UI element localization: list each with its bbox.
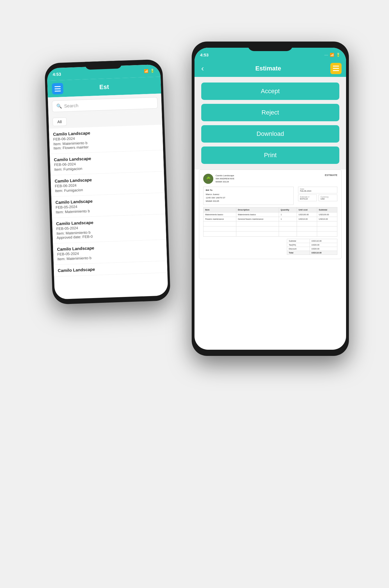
subtotal-row: Subtotal USD110.00 bbox=[287, 239, 337, 243]
menu-line-2 bbox=[54, 88, 61, 89]
company-logo: 🌳 bbox=[203, 174, 213, 184]
bill-to-name: Marco Juarez bbox=[206, 193, 291, 196]
company-info: Camilo Landscape 584 ANDREM AVE MIAMI 33… bbox=[216, 174, 234, 184]
back-status-time: 4:53 bbox=[52, 72, 61, 77]
battery-icon-front: 🔋 bbox=[336, 53, 340, 57]
estimate-num-value: ESTI119 bbox=[300, 198, 315, 200]
currency-label: Currency bbox=[321, 196, 335, 198]
list-item[interactable]: Camilo Landscape FEB-05-2024 Item: Maten… bbox=[51, 193, 165, 218]
table-row: Matenimiento basico Matenimiento basico … bbox=[203, 212, 337, 217]
front-header-title: Estimate bbox=[206, 65, 330, 72]
row-qty: 1 bbox=[279, 212, 297, 217]
doc-date-field: Date Feb-06-2024 bbox=[298, 187, 337, 193]
list-item[interactable]: Camilo Landscape FEB-06-2024 Item: Fumig… bbox=[50, 150, 164, 175]
doc-num-field: Estimate # ESTI119 bbox=[298, 195, 317, 201]
menu-line-3 bbox=[55, 90, 61, 91]
estimate-document: 🌳 Camilo Landscape 584 ANDREM AVE MIAMI … bbox=[199, 170, 342, 259]
company-city: MIAMI 33134 bbox=[216, 180, 234, 183]
doc-logo-area: 🌳 Camilo Landscape 584 ANDREM AVE MIAMI … bbox=[203, 174, 234, 184]
company-name: Camilo Landscape bbox=[216, 174, 234, 177]
list-item[interactable]: Camilo Landscape FEB-05-2024 Item: Maten… bbox=[52, 214, 166, 243]
front-status-time: 4:53 bbox=[200, 52, 209, 57]
row-sub: USD100.00 bbox=[317, 212, 337, 217]
tax-label: Tax(0%) bbox=[287, 243, 310, 247]
doc-meta: Date Feb-06-2024 Estimate # ESTI119 Curr… bbox=[298, 187, 337, 205]
tax-row: Tax(0%) USD0.00 bbox=[287, 243, 337, 247]
filter-all-button[interactable]: All bbox=[52, 117, 67, 126]
bill-to-label: Bill To bbox=[206, 189, 291, 192]
total-row: Total USD110.00 bbox=[287, 251, 337, 255]
phone-front: 4:53 ···· 📶 🔋 ‹ Estimate Accept bbox=[192, 42, 349, 356]
col-quantity: Quantity bbox=[279, 207, 297, 212]
bill-to-city: MIAMI 33135 bbox=[206, 200, 291, 203]
subtotal-label: Subtotal bbox=[287, 239, 310, 243]
front-phone-screen: 4:53 ···· 📶 🔋 ‹ Estimate Accept bbox=[194, 48, 346, 350]
front-menu-button[interactable] bbox=[330, 63, 342, 74]
currency-value: USD bbox=[321, 198, 335, 200]
list-item[interactable]: Camilo Landscape FEB-06-2024 Item: Maten… bbox=[49, 125, 163, 154]
menu-line-1 bbox=[333, 66, 339, 67]
search-box[interactable]: 🔍 Search bbox=[52, 97, 158, 112]
row-desc: General flowers maintenance bbox=[236, 217, 279, 221]
date-value: Feb-06-2024 bbox=[300, 190, 335, 192]
doc-totals: Subtotal USD110.00 Tax(0%) USD0.00 Disco… bbox=[203, 239, 337, 255]
row-unit: USD100.00 bbox=[297, 212, 317, 217]
back-button[interactable]: ‹ bbox=[199, 64, 206, 73]
search-input[interactable]: Search bbox=[64, 103, 78, 108]
signal-dots-icon: ···· bbox=[324, 53, 328, 57]
back-phone-notch bbox=[85, 60, 122, 70]
subtotal-value: USD110.00 bbox=[310, 239, 337, 243]
wifi-icon: 📶 bbox=[144, 69, 149, 73]
estimate-num-label: Estimate # bbox=[300, 196, 315, 198]
back-status-icons: 📶 🔋 bbox=[144, 68, 155, 73]
front-app-header: ‹ Estimate bbox=[194, 60, 346, 77]
item-name: Camilo Landscape bbox=[58, 264, 163, 273]
items-table: Item Description Quantity Unit cost Subt… bbox=[203, 207, 337, 237]
doc-currency-field: Currency USD bbox=[319, 195, 337, 201]
list-item[interactable]: Camilo Landscape FEB-05-2024 Item: Maten… bbox=[53, 239, 167, 265]
row-desc: Matenimiento basico bbox=[236, 212, 279, 217]
wifi-icon-front: 📶 bbox=[330, 53, 334, 57]
back-header-title: Est bbox=[63, 82, 145, 92]
date-label: Date bbox=[300, 188, 335, 190]
menu-line-3 bbox=[333, 70, 339, 71]
table-row-empty bbox=[203, 226, 337, 231]
doc-estimate-label: ESTIMATE bbox=[325, 174, 337, 177]
discount-value: USD0.00 bbox=[310, 247, 337, 251]
print-button[interactable]: Print bbox=[201, 147, 339, 164]
back-phone-screen: 4:53 📶 🔋 Est 🔍 Sea bbox=[47, 64, 168, 299]
doc-bill-to: Bill To Marco Juarez 1245 SW 14879 ST MI… bbox=[203, 187, 294, 205]
front-status-icons: ···· 📶 🔋 bbox=[324, 53, 340, 57]
discount-label: Discount bbox=[287, 247, 310, 251]
action-buttons-area: Accept Reject Download Print bbox=[194, 77, 346, 170]
back-menu-button[interactable] bbox=[52, 83, 63, 94]
row-item: Matenimiento basico bbox=[203, 212, 236, 217]
menu-line-2 bbox=[333, 68, 339, 69]
col-description: Description bbox=[236, 207, 279, 212]
totals-table: Subtotal USD110.00 Tax(0%) USD0.00 Disco… bbox=[287, 239, 337, 255]
row-qty: 1 bbox=[279, 217, 297, 221]
battery-icon: 🔋 bbox=[150, 68, 155, 73]
total-value: USD110.00 bbox=[310, 251, 337, 255]
estimate-list: Camilo Landscape FEB-06-2024 Item: Maten… bbox=[49, 125, 167, 277]
doc-num-row: Estimate # ESTI119 Currency USD bbox=[298, 195, 337, 201]
total-label: Total bbox=[287, 251, 310, 255]
front-phone-notch bbox=[248, 42, 293, 51]
download-button[interactable]: Download bbox=[201, 125, 339, 143]
doc-bill-row: Bill To Marco Juarez 1245 SW 14879 ST MI… bbox=[203, 187, 337, 205]
list-item[interactable]: Camilo Landscape FEB-06-2024 Item: Fumig… bbox=[51, 171, 164, 196]
doc-date-row: Date Feb-06-2024 bbox=[298, 187, 337, 193]
accept-button[interactable]: Accept bbox=[201, 83, 339, 100]
row-item: Flowers maintenance bbox=[203, 217, 236, 221]
doc-header: 🌳 Camilo Landscape 584 ANDREM AVE MIAMI … bbox=[203, 174, 337, 184]
tax-value: USD0.00 bbox=[310, 243, 337, 247]
reject-button[interactable]: Reject bbox=[201, 104, 339, 121]
col-unit-cost: Unit cost bbox=[297, 207, 317, 212]
table-row-empty bbox=[203, 221, 337, 226]
scene: 4:53 📶 🔋 Est 🔍 Sea bbox=[40, 28, 349, 561]
company-address: 584 ANDREM AVE bbox=[216, 177, 234, 180]
phone-back: 4:53 📶 🔋 Est 🔍 Sea bbox=[44, 59, 171, 304]
bill-to-address: 1245 SW 14879 ST bbox=[206, 196, 291, 200]
row-unit: USD10.00 bbox=[297, 217, 317, 221]
row-sub: USD10.00 bbox=[317, 217, 337, 221]
